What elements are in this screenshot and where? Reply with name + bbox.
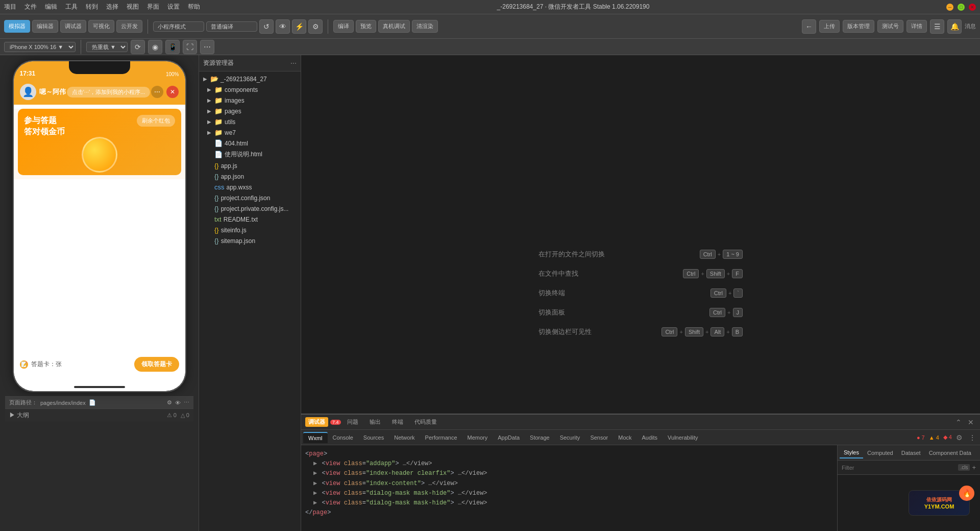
styles-tab-styles[interactable]: Styles <box>840 447 863 458</box>
xml-arrow-dialog2[interactable]: ▶ <box>313 499 317 506</box>
xml-arrow-header[interactable]: ▶ <box>313 470 317 477</box>
menu-item-file[interactable]: 文件 <box>24 3 37 11</box>
styles-tab-dataset[interactable]: Dataset <box>897 448 925 458</box>
real-debug-button[interactable]: 真机调试 <box>378 20 410 33</box>
menu-item-settings[interactable]: 设置 <box>167 3 180 11</box>
file-item-appjson[interactable]: ▶ {} app.json <box>199 171 301 182</box>
upload-button[interactable]: 上传 <box>819 20 840 33</box>
rotate-button[interactable]: ⟳ <box>131 40 145 54</box>
file-item-404[interactable]: ▶ 📄 404.html <box>199 138 301 149</box>
panel-more-icon[interactable]: ⋮ <box>967 432 978 443</box>
panel-tab-vulnerability[interactable]: Vulnerability <box>663 432 703 443</box>
file-item-readme[interactable]: ▶ txt README.txt <box>199 214 301 225</box>
editor-button[interactable]: 编辑器 <box>32 20 58 33</box>
panel-tab-network[interactable]: Network <box>389 432 420 443</box>
file-item-pages[interactable]: ▶ 📁 pages <box>199 106 301 116</box>
expand-button[interactable]: ⛶ <box>183 40 197 54</box>
panel-tab-memory[interactable]: Memory <box>462 432 493 443</box>
file-explorer-more[interactable]: ⋯ <box>290 60 297 67</box>
details-button[interactable]: 详情 <box>906 20 927 33</box>
xml-arrow-dialog1[interactable]: ▶ <box>313 490 317 497</box>
device-select[interactable]: iPhone X 100% 16 ▼ <box>4 42 76 52</box>
menu-item-select[interactable]: 选择 <box>106 3 118 11</box>
file-item-appjs[interactable]: ▶ {} app.js <box>199 160 301 171</box>
xml-arrow-addapp[interactable]: ▶ <box>313 460 317 467</box>
menu-item-goto[interactable]: 转到 <box>86 3 98 11</box>
menu-item-tools[interactable]: 工具 <box>65 3 78 11</box>
file-item-we7[interactable]: ▶ 📁 we7 <box>199 127 301 138</box>
dt-tab-output[interactable]: 输出 <box>364 416 386 428</box>
panel-tab-security[interactable]: Security <box>555 432 585 443</box>
shortcut-label-1: 在打开的文件之间切换 <box>538 250 605 259</box>
file-item-root-open[interactable]: ▶ 📂 _-269213684_27 <box>199 74 301 84</box>
panel-tab-sensor[interactable]: Sensor <box>585 432 613 443</box>
dt-collapse-icon[interactable]: ⌃ <box>953 417 964 427</box>
mode-select[interactable]: 小程序模式 <box>153 21 204 32</box>
menu-icon-button[interactable]: ☰ <box>930 19 944 34</box>
panel-tab-audits[interactable]: Audits <box>637 432 663 443</box>
close-button[interactable]: ✕ <box>969 4 976 11</box>
preview-icon-button[interactable]: 👁 <box>276 19 290 34</box>
back-button[interactable]: ← <box>802 19 816 34</box>
panel-tab-storage[interactable]: Storage <box>525 432 555 443</box>
device-icon-button[interactable]: 📱 <box>165 40 180 54</box>
dt-close-icon[interactable]: ✕ <box>966 417 976 427</box>
dt-tab-issues[interactable]: 问题 <box>342 416 363 428</box>
file-item-appwxss[interactable]: ▶ css app.wxss <box>199 182 301 192</box>
styles-filter-cls[interactable]: .cls <box>958 464 970 471</box>
menu-item-interface[interactable]: 界面 <box>147 3 159 11</box>
panel-settings-icon[interactable]: ⚙ <box>954 432 965 443</box>
styles-add-button[interactable]: + <box>972 464 976 471</box>
menu-item-project[interactable]: 项目 <box>4 3 16 11</box>
styles-tab-computed[interactable]: Computed <box>863 448 897 458</box>
visual-button[interactable]: 可视化 <box>88 20 114 33</box>
menu-item-help[interactable]: 帮助 <box>188 3 200 11</box>
compile-action-button[interactable]: 编译 <box>333 20 354 33</box>
notification-button[interactable]: 🔔 <box>947 19 962 34</box>
file-item-project-config[interactable]: ▶ {} project.config.json <box>199 192 301 203</box>
xml-arrow-content[interactable]: ▶ <box>313 480 317 487</box>
dt-tab-terminal[interactable]: 终端 <box>387 416 408 428</box>
phone-add-btn[interactable]: 点击'···'，添加到我的小程序... <box>67 87 151 98</box>
test-number-button[interactable]: 测试号 <box>877 20 903 33</box>
phone-close-btn[interactable]: ✕ <box>166 86 179 98</box>
more-button[interactable]: ⋯ <box>200 40 214 54</box>
kbd-j-4: J <box>733 308 743 317</box>
file-item-siteinfo[interactable]: ▶ {} siteinfo.js <box>199 225 301 235</box>
screenshot-button[interactable]: ◉ <box>148 40 162 54</box>
panel-tab-appdata[interactable]: AppData <box>493 432 525 443</box>
file-item-components[interactable]: ▶ 📁 components <box>199 84 301 95</box>
file-item-usage[interactable]: ▶ 📄 使用说明.html <box>199 149 301 160</box>
panel-tab-sources[interactable]: Sources <box>358 432 389 443</box>
compile-select[interactable]: 普通编译 <box>206 21 257 32</box>
file-item-images[interactable]: ▶ 📁 images <box>199 95 301 106</box>
menu-item-view[interactable]: 视图 <box>127 3 139 11</box>
dt-tab-quality[interactable]: 代码质量 <box>409 416 442 428</box>
settings-button[interactable]: ⚙ <box>308 19 323 34</box>
phone-share-btn[interactable]: ⋯ <box>151 86 163 98</box>
maximize-button[interactable]: □ <box>958 4 965 11</box>
hot-reload-select[interactable]: 热重载 ▼ <box>86 42 128 52</box>
card-btn[interactable]: 刷余个红包 <box>137 115 175 127</box>
panel-tab-performance[interactable]: Performance <box>420 432 462 443</box>
debugger-button[interactable]: 调试器 <box>60 20 86 33</box>
file-item-utils[interactable]: ▶ 📁 utils <box>199 116 301 127</box>
file-item-project-private[interactable]: ▶ {} project.private.config.js... <box>199 203 301 214</box>
panel-tab-wxml[interactable]: Wxml <box>303 432 328 443</box>
simulator-button[interactable]: 模拟器 <box>4 20 30 33</box>
phone-get-card-btn[interactable]: 领取答题卡 <box>134 357 179 372</box>
panel-tab-mock[interactable]: Mock <box>613 432 636 443</box>
file-item-sitemap[interactable]: ▶ {} sitemap.json <box>199 235 301 246</box>
phone-time: 17:31 <box>20 70 36 77</box>
styles-filter-input[interactable] <box>842 465 956 471</box>
clear-render-button[interactable]: 清渲染 <box>412 20 438 33</box>
minimize-button[interactable]: ─ <box>946 4 953 11</box>
refresh-button[interactable]: ↺ <box>259 19 274 34</box>
styles-tab-component[interactable]: Component Data <box>925 448 975 458</box>
menu-item-edit[interactable]: 编辑 <box>45 3 57 11</box>
preview-button[interactable]: 预览 <box>356 20 376 33</box>
compile-button[interactable]: ⚡ <box>292 19 306 34</box>
panel-tab-console[interactable]: Console <box>328 432 358 443</box>
cloud-button[interactable]: 云开发 <box>116 20 142 33</box>
version-mgr-button[interactable]: 版本管理 <box>843 20 874 33</box>
